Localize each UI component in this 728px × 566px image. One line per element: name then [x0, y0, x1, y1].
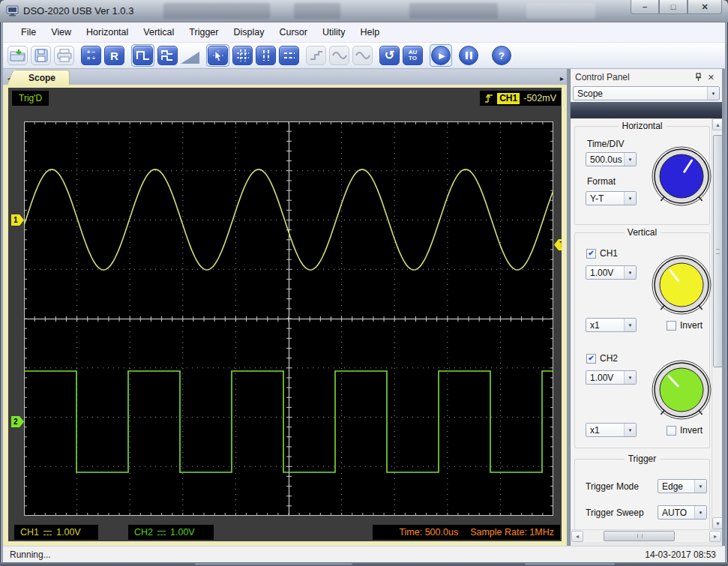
minimize-button[interactable]: – [631, 0, 659, 14]
step-wave-icon [310, 50, 323, 61]
control-panel: Control Panel ✕ Scope ▼ Horizontal Time/… [570, 69, 722, 546]
ch2-enable-checkbox[interactable]: ✔ CH2 [586, 353, 618, 364]
sine-wave2-button[interactable] [352, 46, 373, 65]
chevron-down-icon: ▼ [707, 87, 719, 100]
logic-levels-button[interactable] [157, 46, 178, 65]
toolbar: + − × ÷ R [3, 43, 725, 69]
step-wave-button[interactable] [306, 46, 326, 65]
ch1-zero-marker[interactable]: 1 [11, 214, 24, 226]
vertical-scroll-thumb[interactable] [713, 135, 722, 367]
autoset-button[interactable]: AU TO [403, 46, 423, 65]
pulse-wave-icon [136, 50, 150, 61]
ch1-position-knob[interactable] [650, 253, 713, 316]
trigger-group-title: Trigger [625, 454, 661, 464]
horizontal-cursors-icon [283, 51, 295, 60]
vertical-cursors-button[interactable] [256, 46, 276, 65]
panel-horizontal-scrollbar[interactable]: ◂ ▸ [571, 529, 722, 542]
timebase-knob[interactable] [650, 145, 713, 208]
status-text: Running... [10, 550, 51, 560]
close-button[interactable]: ✕ [688, 0, 722, 14]
help-button[interactable]: ? [492, 46, 511, 65]
menubar: File View Horizontal Vertical Trigger Di… [3, 22, 725, 43]
refresh-icon: ↺ [385, 48, 394, 62]
crosshair-cursors-button[interactable] [232, 46, 253, 65]
ch2-position-knob[interactable] [650, 358, 713, 421]
maximize-button[interactable]: □ [659, 0, 688, 14]
timediv-select[interactable]: 500.0us ▼ [586, 152, 637, 166]
ramp-wave-button[interactable] [181, 52, 199, 64]
trigger-group: Trigger Trigger Mode Edge ▼ Trigger Swee… [574, 459, 710, 529]
panel-separator [571, 102, 722, 118]
titlebar: DSO-2020 USB Ver 1.0.3 – □ ✕ [0, 0, 728, 22]
menu-trigger[interactable]: Trigger [181, 24, 226, 40]
floppy-disk-icon [34, 49, 48, 62]
cursor-select-button[interactable] [208, 46, 228, 65]
trigger-level-value: -502mV [523, 93, 556, 103]
ch1-scale-select[interactable]: 1.00V ▼ [586, 265, 637, 280]
ch2-probe-select[interactable]: x1 ▼ [586, 423, 637, 437]
trigger-level-marker[interactable]: T [554, 239, 562, 250]
sine-wave-icon [332, 50, 347, 61]
refresh-button[interactable]: ↺ [379, 46, 400, 65]
trigger-status-badge: Trig'D [12, 91, 49, 106]
status-datetime: 14-03-2017 08:53 [645, 550, 716, 560]
ch1-invert-checkbox[interactable]: Invert [667, 320, 703, 331]
tab-scroll-right-icon[interactable]: ▸ [560, 74, 564, 82]
menu-vertical[interactable]: Vertical [136, 24, 181, 40]
menu-file[interactable]: File [13, 24, 43, 40]
panel-mode-select[interactable]: Scope ▼ [573, 86, 720, 100]
ch2-zero-marker[interactable]: 2 [11, 416, 24, 427]
run-button[interactable]: ▶ [431, 46, 451, 65]
pin-icon[interactable] [692, 73, 705, 82]
scroll-down-icon[interactable]: ▼ [712, 517, 722, 529]
menu-view[interactable]: View [43, 24, 79, 40]
horizontal-cursors-button[interactable] [279, 46, 299, 65]
math-button[interactable]: + − × ÷ [81, 46, 101, 65]
save-button[interactable] [31, 46, 51, 65]
rising-edge-icon [484, 93, 493, 104]
close-panel-icon[interactable]: ✕ [705, 73, 718, 82]
pause-button[interactable] [459, 46, 478, 65]
open-file-button[interactable] [7, 46, 28, 65]
panel-selector-row: Scope ▼ [571, 85, 722, 102]
chevron-down-icon: ▼ [624, 424, 636, 436]
waveform-plot [24, 121, 553, 516]
panel-vertical-scrollbar[interactable]: ▲ ▼ [712, 118, 722, 529]
trigger-sweep-select[interactable]: AUTO ▼ [658, 505, 707, 520]
menu-display[interactable]: Display [226, 24, 271, 40]
menu-help[interactable]: Help [353, 24, 388, 40]
scroll-up-icon[interactable]: ▲ [712, 118, 722, 130]
menu-utility[interactable]: Utility [315, 24, 353, 40]
scope-page: Trig'D CH1 -502mV 1 2 T CH1 [3, 86, 567, 546]
ch2-invert-checkbox[interactable]: Invert [667, 425, 703, 436]
reference-button[interactable]: R [104, 46, 124, 65]
tab-scope[interactable]: Scope [14, 70, 70, 85]
help-icon: ? [499, 50, 505, 61]
trigger-mode-select[interactable]: Edge ▼ [658, 479, 707, 493]
window-title: DSO-2020 USB Ver 1.0.3 [23, 5, 133, 16]
chevron-down-icon: ▼ [624, 319, 636, 331]
trigger-mode-label: Trigger Mode [586, 481, 639, 492]
pulse-measure-button[interactable] [133, 46, 153, 65]
pause-icon [466, 52, 472, 59]
menu-horizontal[interactable]: Horizontal [79, 24, 136, 40]
run-selected: ▶ [430, 44, 452, 67]
window-bottom-edge [0, 562, 728, 566]
ch2-scale-select[interactable]: 1.00V ▼ [586, 370, 637, 385]
chevron-down-icon: ▼ [624, 266, 636, 279]
menu-cursor[interactable]: Cursor [271, 24, 315, 40]
scroll-right-icon[interactable]: ▸ [709, 531, 721, 542]
tabstrip: ◂ Scope ▸ [3, 69, 567, 86]
timebase-readout: Time: 500.0us Sample Rate: 1MHz [373, 525, 560, 540]
print-button[interactable] [54, 46, 74, 65]
horizontal-scroll-thumb[interactable] [604, 531, 675, 541]
ch1-enable-checkbox[interactable]: ✔ CH1 [586, 248, 618, 259]
trigger-sweep-label: Trigger Sweep [586, 508, 644, 518]
horizontal-group: Horizontal Time/DIV 500.0us ▼ Format Y-T… [574, 126, 710, 225]
scroll-left-icon[interactable]: ◂ [571, 531, 583, 542]
format-select[interactable]: Y-T ▼ [586, 191, 637, 205]
sine-wave-button[interactable] [329, 46, 349, 65]
reference-icon: R [110, 49, 118, 62]
vertical-group-title: Vertical [624, 227, 661, 238]
ch1-probe-select[interactable]: x1 ▼ [586, 318, 637, 332]
